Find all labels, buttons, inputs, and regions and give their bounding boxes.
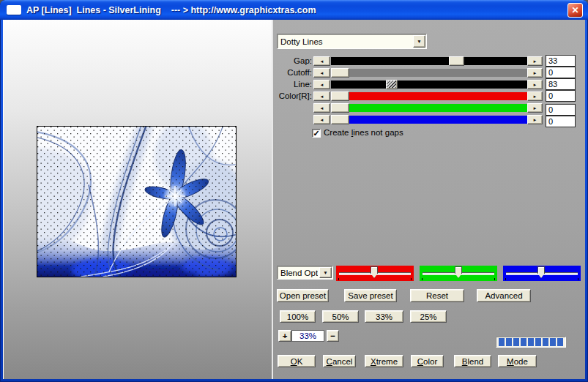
slider-value-line[interactable]: 83 [546,78,576,90]
slider-left-arrow-button[interactable]: ◄ [313,115,330,124]
slider-right-arrow-button[interactable]: ► [527,91,543,101]
tick-mark [338,278,339,280]
blend-options-dropdown[interactable]: Blend Opti ▼ [277,266,333,280]
zoom-100-button[interactable]: 100% [280,310,316,323]
slider-value-gap[interactable]: 33 [546,55,576,67]
slider-label-color-r: Color[R]: [264,91,312,100]
progress-segment [528,338,534,346]
tick-mark [505,278,506,280]
left-arrow-icon: ◄ [320,59,324,64]
slider-label-cutoff: Cutoff: [264,68,312,77]
right-arrow-icon: ► [533,106,537,111]
slider-right-arrow-button[interactable]: ► [527,56,543,66]
slider-thumb-red[interactable] [331,91,349,101]
open-preset-button[interactable]: Open preset [277,289,329,302]
slider-value-blue[interactable]: 0 [546,116,576,127]
zoom-25-button[interactable]: 25% [410,310,447,323]
save-preset-button[interactable]: Save preset [344,289,397,302]
slider-track-green[interactable] [331,104,527,112]
title-bar[interactable]: AP [Lines] Lines - SilverLining --- > ht… [0,0,588,20]
check-icon: ✓ [313,129,319,138]
progress-segment [535,338,541,346]
slider-thumb-green[interactable] [331,103,349,113]
slider-label-gap: Gap: [264,56,312,65]
preset-dropdown-value: Dotty Lines [280,34,412,48]
preset-dropdown[interactable]: Dotty Lines ▼ [277,34,427,49]
window-title: AP [Lines] Lines - SilverLining --- > ht… [26,5,316,15]
cancel-button[interactable]: Cancel [323,355,356,367]
slider-right-arrow-button[interactable]: ► [527,80,543,89]
slider-left-arrow-button[interactable]: ◄ [313,68,330,78]
color-button[interactable]: Color [411,355,444,367]
left-arrow-icon: ◄ [320,106,324,111]
slider-thumb-blue[interactable] [331,115,349,124]
progress-segment [550,338,556,346]
right-arrow-icon: ► [533,118,537,122]
right-arrow-icon: ► [533,71,537,75]
slider-track-cutoff[interactable] [331,69,527,77]
progress-bar [496,337,566,348]
slider-right-arrow-button[interactable]: ► [527,68,543,78]
left-arrow-icon: ◄ [320,94,324,99]
slider-label-line: Line: [264,80,312,89]
slider-left-arrow-button[interactable]: ◄ [313,91,330,101]
slider-thumb-gap[interactable] [449,56,464,66]
close-icon: ✕ [571,6,578,15]
slider-thumb-line[interactable] [386,80,398,89]
create-lines-checkbox[interactable]: ✓ [312,129,321,138]
plugin-window: AP [Lines] Lines - SilverLining --- > ht… [0,0,588,382]
tick-mark [578,278,578,280]
slider-value-cutoff[interactable]: 0 [546,67,576,78]
zoom-50-button[interactable]: 50% [322,310,359,323]
ok-button[interactable]: OK [278,355,316,367]
red-channel-trackbar[interactable] [336,266,414,281]
zoom-in-button[interactable]: + [278,330,291,342]
zoom-level-field[interactable]: 33% [291,330,324,342]
right-arrow-icon: ► [533,59,537,64]
blend-options-value: Blend Opti [280,266,318,279]
slider-track-line[interactable] [331,80,527,89]
slider-left-arrow-button[interactable]: ◄ [313,56,330,66]
zoom-out-button[interactable]: − [327,330,339,342]
slider-right-arrow-button[interactable]: ► [527,115,543,124]
blue-channel-trackbar[interactable] [503,266,581,281]
create-lines-label: Create lines not gaps [324,128,403,137]
left-arrow-icon: ◄ [320,118,324,122]
close-button[interactable]: ✕ [567,3,583,18]
reset-button[interactable]: Reset [410,289,464,302]
progress-segment [513,338,519,346]
tick-mark [411,278,412,280]
green-trackbar-thumb[interactable] [455,266,462,278]
chevron-down-icon[interactable]: ▼ [413,35,425,48]
progress-segment [557,338,563,346]
tick-mark [422,278,423,280]
slider-thumb-cutoff[interactable] [331,68,349,78]
slider-track-red[interactable] [331,92,527,100]
left-arrow-icon: ◄ [320,71,324,75]
slider-track-blue[interactable] [331,116,527,124]
slider-value-green[interactable]: 0 [546,104,576,116]
xtreme-button[interactable]: Xtreme [365,355,403,367]
slider-right-arrow-button[interactable]: ► [527,103,543,113]
progress-segment [543,338,548,346]
zoom-33-button[interactable]: 33% [365,310,403,323]
green-channel-trackbar[interactable] [420,266,497,281]
slider-left-arrow-button[interactable]: ◄ [313,80,330,89]
chevron-down-icon[interactable]: ▼ [319,267,332,278]
right-arrow-icon: ► [533,94,537,99]
client-area: Dotty Lines ▼ Gap: ◄ ► 33 Cutoff: ◄ ► 0 … [3,20,585,379]
progress-segment [521,338,526,346]
progress-segment [499,338,505,346]
slider-left-arrow-button[interactable]: ◄ [313,103,330,113]
blue-trackbar-thumb[interactable] [537,266,545,278]
advanced-button[interactable]: Advanced [477,289,531,302]
blend-button[interactable]: Blend [454,355,491,367]
red-trackbar-thumb[interactable] [371,266,378,278]
tick-mark [494,278,495,280]
slider-track-gap[interactable] [331,57,527,65]
left-arrow-icon: ◄ [320,83,324,87]
slider-value-red[interactable]: 0 [546,90,576,102]
right-arrow-icon: ► [533,83,537,87]
mode-button[interactable]: Mode [498,355,537,367]
window-icon[interactable] [7,5,21,15]
